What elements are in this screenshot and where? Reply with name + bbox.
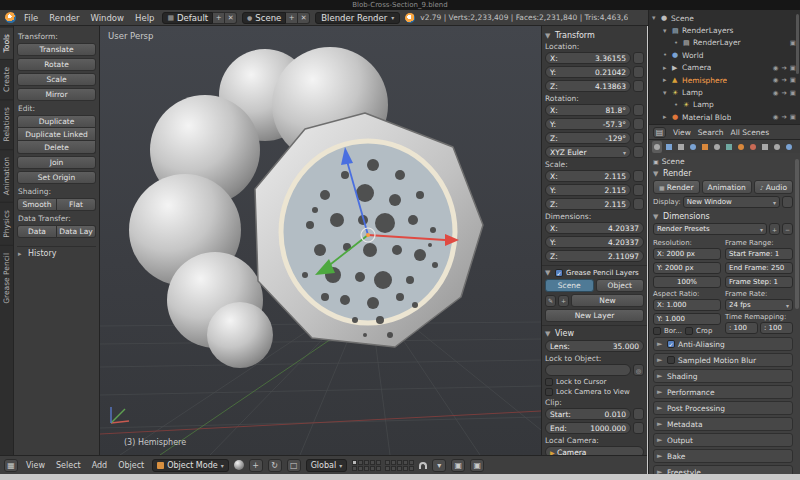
menu-render[interactable]: Render bbox=[46, 13, 82, 23]
tab-constraints-icon[interactable] bbox=[712, 141, 722, 153]
tab-render-icon[interactable] bbox=[652, 141, 662, 153]
shading-panel-header[interactable]: ► Shading bbox=[653, 369, 793, 383]
select-menu[interactable]: Select bbox=[53, 461, 84, 470]
border-checkbox[interactable] bbox=[653, 327, 661, 335]
eyedropper-icon[interactable]: ◎ bbox=[633, 364, 644, 376]
performance-panel-header[interactable]: ► Performance bbox=[653, 385, 793, 399]
visibility-icon[interactable]: ◉ bbox=[773, 64, 779, 72]
render-panel-header[interactable]: ▼ Render bbox=[653, 167, 793, 180]
outliner-row-lamp-data[interactable]: • ☀ Lamp bbox=[651, 99, 798, 111]
visibility-icon[interactable]: ◉ bbox=[773, 76, 779, 84]
grease-pencil-panel-header[interactable]: ▼ ✓ Grease Pencil Layers bbox=[545, 269, 644, 277]
tab-object-icon[interactable] bbox=[700, 141, 710, 153]
layer-cell[interactable] bbox=[376, 466, 381, 471]
outliner-search-menu[interactable]: Search bbox=[698, 128, 724, 137]
transform-orientation-select[interactable]: Global ▾ bbox=[306, 459, 348, 472]
layer-cell[interactable] bbox=[376, 460, 381, 465]
lock-icon[interactable] bbox=[782, 196, 793, 208]
display-select[interactable]: New Window ▾ bbox=[683, 196, 780, 208]
3d-viewport[interactable]: User Persp (3) Hemisphere bbox=[100, 26, 541, 455]
mirror-button[interactable]: Mirror bbox=[17, 88, 96, 101]
scale-z-field[interactable]: Z:2.115 bbox=[545, 198, 631, 210]
render-presets-select[interactable]: Render Presets ▾ bbox=[653, 223, 767, 235]
motion-blur-checkbox[interactable] bbox=[667, 356, 675, 364]
aspect-y-field[interactable]: Y: 1.000 bbox=[653, 313, 721, 325]
manipulator-rotate-toggle[interactable]: ↻ bbox=[268, 459, 282, 472]
layer-cell[interactable] bbox=[358, 460, 363, 465]
lock-icon[interactable] bbox=[633, 146, 644, 158]
location-z-field[interactable]: Z:4.13863 bbox=[545, 80, 631, 92]
lens-field[interactable]: Lens:35.000 bbox=[545, 340, 644, 352]
gp-scene-toggle[interactable]: Scene bbox=[545, 279, 594, 292]
tab-relations[interactable]: Relations bbox=[0, 99, 13, 148]
lock-icon[interactable] bbox=[633, 184, 644, 196]
layer-cell[interactable] bbox=[370, 460, 375, 465]
menu-file[interactable]: File bbox=[21, 13, 41, 23]
lock-icon[interactable] bbox=[633, 408, 644, 420]
crop-checkbox[interactable] bbox=[685, 327, 693, 335]
expander-icon[interactable]: ▸ bbox=[663, 76, 670, 84]
rotate-button[interactable]: Rotate bbox=[17, 58, 96, 71]
history-panel-header[interactable]: ▸ History bbox=[17, 246, 96, 260]
tab-world-icon[interactable] bbox=[688, 141, 698, 153]
layer-cell[interactable] bbox=[409, 466, 414, 471]
dimensions-x-field[interactable]: X:4.20337 bbox=[545, 222, 644, 234]
set-origin-button[interactable]: Set Origin bbox=[17, 171, 96, 184]
layer-cell[interactable] bbox=[409, 460, 414, 465]
layer-cell[interactable] bbox=[364, 460, 369, 465]
layer-cell[interactable] bbox=[391, 460, 396, 465]
location-x-field[interactable]: X:3.36155 bbox=[545, 52, 631, 64]
lock-icon[interactable] bbox=[633, 66, 644, 78]
scale-y-field[interactable]: Y:2.115 bbox=[545, 184, 631, 196]
dimensions-y-field[interactable]: Y:4.20337 bbox=[545, 236, 644, 248]
gp-new-button[interactable]: New bbox=[571, 294, 644, 307]
opengl-render-anim-button[interactable]: ▣ bbox=[470, 459, 484, 472]
blender-logo-icon[interactable] bbox=[5, 12, 16, 23]
layer-cell[interactable] bbox=[352, 460, 357, 465]
anti-aliasing-panel-header[interactable]: ► ✓ Anti-Aliasing bbox=[653, 337, 793, 351]
outliner-row-lamp[interactable]: ▾ ☀ Lamp ◉ ➔ ▣ bbox=[651, 86, 798, 98]
lock-icon[interactable] bbox=[633, 170, 644, 182]
editor-type-button[interactable]: ▤ bbox=[653, 127, 666, 138]
dimensions-z-field[interactable]: Z:2.11097 bbox=[545, 250, 644, 262]
snap-magnet-toggle[interactable] bbox=[419, 462, 427, 469]
grease-pencil-checkbox[interactable]: ✓ bbox=[555, 269, 563, 277]
render-animation-button[interactable]: Animation bbox=[702, 180, 752, 194]
freestyle-panel-header[interactable]: ► Freestyle bbox=[653, 465, 793, 474]
viewport-shading-button[interactable] bbox=[234, 460, 244, 470]
remap-new-field[interactable]: : 100 bbox=[760, 322, 793, 334]
outliner-row-renderlayer[interactable]: • ▤ RenderLayer ▣ bbox=[651, 37, 798, 49]
tab-material-icon[interactable] bbox=[748, 141, 758, 153]
add-icon[interactable]: + bbox=[558, 295, 569, 307]
outliner-row-renderlayers[interactable]: ▾ ▤ RenderLayers bbox=[651, 24, 798, 36]
join-button[interactable]: Join bbox=[17, 156, 96, 169]
rotation-x-field[interactable]: X:81.8° bbox=[545, 104, 631, 116]
layer-cell[interactable] bbox=[403, 466, 408, 471]
layer-cell[interactable] bbox=[364, 466, 369, 471]
tab-data-icon[interactable] bbox=[736, 141, 746, 153]
layer-cell[interactable] bbox=[370, 466, 375, 471]
bake-panel-header[interactable]: ► Bake bbox=[653, 449, 793, 463]
outliner-row-world[interactable]: • ● World bbox=[651, 49, 798, 61]
clip-end-field[interactable]: End:1000.000 bbox=[545, 422, 631, 434]
rotation-z-field[interactable]: Z:-129° bbox=[545, 132, 631, 144]
start-frame-field[interactable]: Start Frame: 1 bbox=[725, 248, 793, 260]
lock-icon[interactable] bbox=[633, 52, 644, 64]
lock-to-object-field[interactable] bbox=[545, 364, 631, 376]
end-frame-field[interactable]: End Frame: 250 bbox=[725, 262, 793, 274]
layer-cell[interactable] bbox=[358, 466, 363, 471]
view-panel-header[interactable]: ▼ View bbox=[545, 329, 644, 338]
clip-start-field[interactable]: Start:0.010 bbox=[545, 408, 631, 420]
rotation-y-field[interactable]: Y:-57.3° bbox=[545, 118, 631, 130]
menu-help[interactable]: Help bbox=[132, 13, 157, 23]
resolution-percentage-field[interactable]: 100% bbox=[653, 276, 721, 288]
anti-aliasing-checkbox[interactable]: ✓ bbox=[667, 340, 675, 348]
lock-to-cursor-checkbox[interactable] bbox=[545, 378, 553, 386]
tab-create[interactable]: Create bbox=[0, 59, 13, 99]
scene-add-button[interactable]: + bbox=[286, 12, 298, 24]
metadata-panel-header[interactable]: ► Metadata bbox=[653, 417, 793, 431]
post-processing-panel-header[interactable]: ► Post Processing bbox=[653, 401, 793, 415]
outliner-row-camera[interactable]: ▸ ▶ Camera ◉ ➔ ▣ bbox=[651, 62, 798, 74]
selectability-icon[interactable]: ➔ bbox=[781, 89, 786, 97]
selectability-icon[interactable]: ➔ bbox=[781, 76, 786, 84]
